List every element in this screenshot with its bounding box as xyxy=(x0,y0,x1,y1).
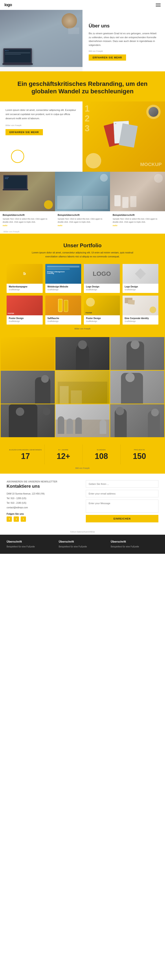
portfolio-cat-3: Grafikdesign xyxy=(86,288,118,291)
hero-body: Bis zu einem gewissen Grad ist es uns ge… xyxy=(89,32,159,47)
cards-section: mockupdesign Beispielüberschrift Sample-… xyxy=(0,172,165,234)
contact-name-input[interactable] xyxy=(86,480,159,488)
stat-2-label: 6+ JAHRE xyxy=(47,449,80,451)
portfolio-title-4: Logo Design xyxy=(125,285,156,288)
portfolio-cat-2: Grafikdesign xyxy=(48,288,79,291)
footer-body-1: Beispieltext für eine Fußzeile xyxy=(6,545,54,549)
stat-2: 6+ JAHRE 12+ xyxy=(45,444,83,465)
portfolio-cat-5: Grafikdesign xyxy=(9,320,40,322)
rebranding-headline: Ein geschäftskritisches Rebranding, um d… xyxy=(9,80,156,95)
stat-4: PROJEKTE 150 xyxy=(120,444,159,465)
portfolio-title-2: Webdesign-Website xyxy=(48,285,79,288)
instagram-icon[interactable]: i xyxy=(21,517,26,522)
portfolio-thumb-7: POSTER xyxy=(84,296,120,315)
contact-email: contact@edimpo.com xyxy=(6,506,79,509)
card-2-info: Beispielüberschrift Sample-Text: Click t… xyxy=(55,211,110,230)
portfolio-cat-8: Grafikdesign xyxy=(125,320,156,322)
card-2-link[interactable]: mehr xyxy=(58,224,107,227)
mockup-photo-credit: Bilder von Freepik xyxy=(5,124,77,126)
three-cards-grid: mockupdesign Beispielüberschrift Sample-… xyxy=(0,172,165,230)
portfolio-item-3[interactable]: LOGO Logo Design Grafikdesign xyxy=(84,264,120,293)
navbar: logo xyxy=(0,0,165,10)
photo-grid-6 xyxy=(110,371,164,404)
portfolio-item-1[interactable]: b Markenkampagne Grafikdesign xyxy=(6,264,43,293)
decorative-circle xyxy=(11,150,24,163)
contact-phone1: Tel: 910 - 1200 (US) xyxy=(6,496,79,500)
logo[interactable]: logo xyxy=(5,3,12,7)
stat-3: KUNDEN 108 xyxy=(82,444,120,465)
newsletter-label: ABONNIEREN SIE UNSEREN NEWSLETTER xyxy=(6,480,79,483)
portfolio-thumb-1: b xyxy=(6,264,43,284)
social-heading: Folgen Sie uns xyxy=(6,512,79,515)
portfolio-title-8: Eine Corporate Identity xyxy=(125,317,156,320)
footer: Überschrift Beispieltext für eine Fußzei… xyxy=(0,535,165,554)
portfolio-item-6[interactable]: Saftflasche Grafikdesign xyxy=(45,296,82,325)
portfolio-photo-credit: Bilder von Freepik xyxy=(6,328,159,330)
card-3-photo xyxy=(110,172,165,211)
card-3: Beispielüberschrift Sample-Text: Click t… xyxy=(110,172,165,230)
footer-col-1: Überschrift Beispieltext für eine Fußzei… xyxy=(6,540,54,549)
portfolio-item-7[interactable]: POSTER Poster Design Grafikdesign xyxy=(84,296,120,325)
facebook-icon[interactable]: f xyxy=(6,517,12,522)
portfolio-title-1: Markenkampagne xyxy=(9,285,40,288)
portfolio-thumb-4 xyxy=(123,264,159,284)
contact-left: ABONNIEREN SIE UNSEREN NEWSLETTER Kontak… xyxy=(6,480,79,522)
mockup-big-label: MOCKUP xyxy=(140,162,162,167)
stat-4-value: 150 xyxy=(123,452,156,461)
portfolio-info-4: Logo Design Grafikdesign xyxy=(123,284,159,293)
footer-col-2: Überschrift Beispieltext für eine Fußzei… xyxy=(59,540,106,549)
card-1-link[interactable]: mehr xyxy=(3,224,52,227)
twitter-icon[interactable]: t xyxy=(14,517,19,522)
portfolio-info-1: Markenkampagne Grafikdesign xyxy=(6,284,43,293)
portfolio-item-2[interactable]: Strategy & ManagementCoaching Webdesign-… xyxy=(45,264,82,293)
card-3-body: Sample-Text: Click to select this text. … xyxy=(113,218,162,224)
contact-right: EINREICHEN xyxy=(86,480,159,522)
portfolio-title-6: Saftflasche xyxy=(48,317,79,320)
stat-3-value: 108 xyxy=(85,452,118,461)
footer-col-3: Überschrift Beispieltext für eine Fußzei… xyxy=(111,540,159,549)
portfolio-info-8: Eine Corporate Identity Grafikdesign xyxy=(123,315,159,325)
card-2: Beispielüberschrift Sample-Text: Click t… xyxy=(55,172,110,230)
hero-image: About Us xyxy=(0,10,82,67)
portfolio-thumb-8 xyxy=(123,296,159,315)
portfolio-info-3: Logo Design Grafikdesign xyxy=(84,284,120,293)
portfolio-thumb-2: Strategy & ManagementCoaching xyxy=(45,264,82,284)
cards-photo-credit: Bilder von Freepik xyxy=(0,230,165,234)
portfolio-body: Lorem ipsum dolor sit amet, consectetur … xyxy=(27,251,138,258)
stats-photo-credit: Bild von Freepik xyxy=(6,467,159,469)
hero-photo-left: About Us xyxy=(0,10,82,72)
contact-heading: Kontaktiere uns xyxy=(6,484,79,489)
hamburger-button[interactable] xyxy=(156,3,160,6)
contact-submit-button[interactable]: EINREICHEN xyxy=(86,515,159,522)
card-1-photo: mockupdesign xyxy=(0,172,55,211)
photo-grid-8 xyxy=(55,404,110,437)
photo-grid-section xyxy=(0,336,165,438)
white-circle xyxy=(86,153,101,169)
stat-4-label: PROJEKTE xyxy=(123,449,156,451)
portfolio-item-4[interactable]: Logo Design Grafikdesign xyxy=(123,264,159,293)
portfolio-item-5[interactable]: POSTER Poster Design Grafikdesign xyxy=(6,296,43,325)
contact-section: ABONNIEREN SIE UNSEREN NEWSLETTER Kontak… xyxy=(0,474,165,529)
portfolio-info-6: Saftflasche Grafikdesign xyxy=(45,315,82,325)
portfolio-item-8[interactable]: Eine Corporate Identity Grafikdesign xyxy=(123,296,159,325)
hero-subtitle: Über uns xyxy=(89,23,159,29)
portfolio-title-7: Poster Design xyxy=(86,317,118,320)
card-3-link[interactable]: mehr xyxy=(113,224,162,227)
mockup-body: Lorem ipsum dolor sit amet, consectetur … xyxy=(5,108,77,120)
card-2-body: Sample-Text: Click to select this text. … xyxy=(58,218,107,224)
privacy-text: ©2014 Datenschutzrichtlinie xyxy=(0,529,165,535)
footer-heading-2: Überschrift xyxy=(59,540,106,543)
mockup-cta-button[interactable]: ERFAHREN SIE MEHR xyxy=(5,129,43,135)
photo-grid-3 xyxy=(110,337,164,370)
card-1-info: Beispielüberschrift Sample-Text: Click t… xyxy=(0,211,55,230)
contact-message-input[interactable] xyxy=(86,500,159,513)
hero-cta-button[interactable]: ERFAHREN SIE MEHR xyxy=(89,54,126,60)
hero-text: Über uns Bis zu einem gewissen Grad ist … xyxy=(82,10,165,72)
mockup-section: Lorem ipsum dolor sit amet, consectetur … xyxy=(0,102,165,172)
portfolio-cat-4: Grafikdesign xyxy=(125,288,156,291)
photo-grid-7 xyxy=(1,404,55,437)
photo-grid-1 xyxy=(1,337,55,370)
books-decoration: A4 xyxy=(102,113,146,161)
contact-email-input[interactable] xyxy=(86,490,159,497)
stats-grid: AUSZEICHNUNGEN GEWONNEN 17 6+ JAHRE 12+ … xyxy=(6,444,159,465)
